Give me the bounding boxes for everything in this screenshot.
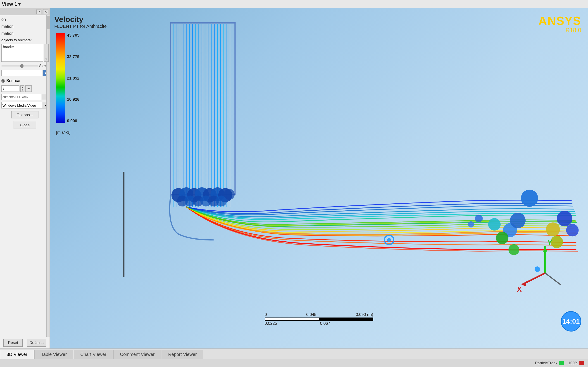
tab-3d-viewer[interactable]: 3D Viewer (0, 350, 34, 359)
timer-badge: 14:01 (561, 311, 581, 332)
status-bar: ParticleTrack 100% (0, 359, 588, 367)
svg-point-33 (224, 189, 235, 200)
svg-point-38 (508, 244, 519, 255)
objects-list-scrollbar[interactable]: ▼ (44, 44, 49, 62)
svg-point-41 (488, 218, 501, 231)
svg-point-42 (557, 211, 572, 226)
panel-titlebar: ? ✕ (0, 8, 50, 15)
bounce-label: Bounce (6, 78, 20, 83)
main-area: ? ✕ on mation mation objects to animate: (0, 8, 588, 349)
scrollbar-thumb (47, 16, 50, 29)
scale-bar-inner (265, 318, 319, 320)
row-on-label: on (1, 17, 6, 22)
reset-button[interactable]: Reset (3, 339, 23, 347)
zoom-level: 100% (568, 361, 578, 365)
format-row: Windows Media Video ▼ (1, 102, 48, 108)
infinity-button[interactable]: ∞ (25, 85, 32, 92)
spinner-down[interactable]: ▼ (21, 89, 24, 92)
svg-point-45 (468, 221, 474, 228)
dropdown-box[interactable] (1, 70, 43, 76)
visualization-svg: Y X (50, 8, 588, 343)
row-mation1-label: mation (1, 24, 14, 29)
particle-spheres-tube (172, 187, 235, 206)
help-button[interactable]: ? (36, 9, 41, 14)
view-label-text: View 1 (2, 1, 17, 7)
svg-text:Y: Y (547, 239, 552, 247)
tab-report-viewer[interactable]: Report Viewer (162, 350, 203, 359)
spinner-buttons[interactable]: ▲ ▼ (20, 85, 25, 92)
status-green-indicator (559, 361, 564, 365)
speed-slider-row: Slow (1, 64, 48, 68)
slider-thumb[interactable] (20, 64, 24, 68)
zoom-status: 100% (568, 361, 584, 365)
scale-label-00225: 0.0225 (265, 321, 277, 326)
svg-point-43 (566, 224, 579, 236)
scale-label-0067: 0.067 (320, 321, 330, 326)
row-mation2-label: mation (1, 31, 14, 36)
panel-content: on mation mation objects to animate: hra… (0, 15, 50, 337)
spinner-up[interactable]: ▲ (21, 86, 24, 89)
speed-slider[interactable] (1, 66, 38, 67)
svg-point-40 (551, 236, 563, 248)
defaults-button[interactable]: Defaults (27, 339, 46, 347)
viewport[interactable]: Velocity FLUENT PT for Anthracite ANSYS … (50, 8, 588, 349)
view-chevron-icon: ▾ (18, 1, 21, 7)
tab-comment-viewer[interactable]: Comment Viewer (113, 350, 161, 359)
repeat-count-input[interactable]: 3 (1, 85, 19, 92)
scale-bar-track (265, 317, 373, 321)
bottom-tabs: 3D Viewer Table Viewer Chart Viewer Comm… (0, 349, 588, 359)
particle-track-label: ParticleTrack (535, 361, 557, 365)
file-path-row: cuments/FFF.wmv … (1, 94, 48, 100)
svg-line-55 (545, 273, 561, 285)
file-path-input[interactable]: cuments/FFF.wmv (1, 94, 41, 100)
scale-label-090: 0.090 (m) (356, 312, 373, 317)
objects-list[interactable]: hracite (1, 44, 43, 62)
tab-chart-viewer[interactable]: Chart Viewer (74, 350, 113, 359)
svg-point-36 (510, 213, 526, 228)
timer-text: 14:01 (562, 317, 580, 325)
svg-point-47 (387, 238, 391, 242)
bounce-radio-row: Bounce (1, 78, 48, 83)
scale-bar-bottom-labels: 0.0225 0.067 (265, 321, 373, 326)
svg-point-39 (546, 222, 560, 236)
top-bar: View 1 ▾ (0, 0, 588, 8)
tab-table-viewer[interactable]: Table Viewer (35, 350, 73, 359)
vertical-tracks (174, 24, 230, 207)
particle-track-status: ParticleTrack (535, 361, 564, 365)
panel-row-mation2: mation (1, 31, 48, 36)
left-panel: ? ✕ on mation mation objects to animate: (0, 8, 50, 349)
scale-bar: 0 0.045 0.090 (m) 0.0225 0.067 (265, 312, 373, 326)
number-input-row: 3 ▲ ▼ ∞ (1, 85, 48, 92)
svg-point-44 (475, 215, 483, 222)
view-label[interactable]: View 1 ▾ (2, 1, 21, 7)
svg-point-34 (521, 190, 538, 207)
scale-label-045: 0.045 (306, 312, 316, 317)
svg-text:X: X (517, 285, 522, 293)
panel-row-mation1: mation (1, 24, 48, 29)
bottom-buttons: Reset Defaults (0, 337, 50, 349)
format-select[interactable]: Windows Media Video (1, 102, 43, 108)
status-red-indicator (579, 361, 584, 365)
scale-bar-top-labels: 0 0.045 0.090 (m) (265, 312, 373, 317)
list-item-anthracite: hracite (2, 44, 42, 50)
objects-label: objects to animate: (1, 38, 48, 42)
dropdown-row: ▼ (1, 70, 48, 76)
svg-point-37 (496, 232, 508, 244)
panel-close-button[interactable]: ✕ (43, 9, 48, 14)
svg-point-56 (535, 267, 540, 272)
bounce-radio[interactable] (1, 79, 5, 83)
scale-label-0: 0 (265, 312, 267, 317)
dialog-close-button[interactable]: Close (14, 121, 36, 129)
options-button[interactable]: Options... (11, 111, 38, 118)
panel-row-on: on (1, 17, 48, 22)
svg-marker-50 (543, 246, 547, 252)
panel-scrollbar[interactable] (46, 15, 50, 337)
